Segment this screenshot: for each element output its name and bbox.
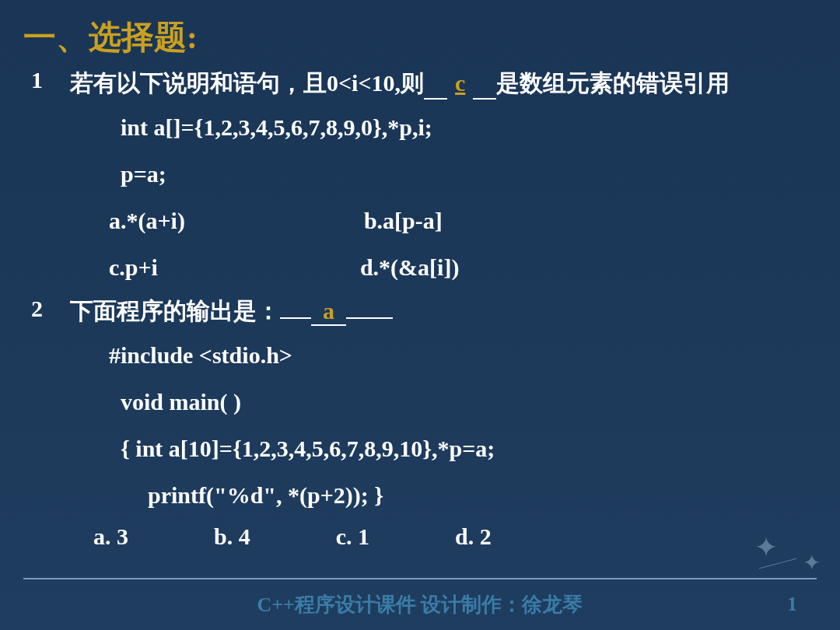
q2-text-label: 下面程序的输出是： — [70, 298, 280, 324]
q2-code-line-2: void main( ) — [31, 383, 809, 421]
q1-code-line-1: int a[]={1,2,3,4,5,6,7,8,9,0},*p,i; — [31, 109, 809, 146]
q1-number: 1 — [31, 67, 70, 100]
underline — [424, 98, 447, 100]
page-number: 1 — [787, 593, 797, 616]
q2-code-line-1: #include <stdio.h> — [31, 337, 809, 374]
star-decoration-icon: ✦ — [803, 550, 821, 576]
underline — [280, 317, 311, 319]
underline — [346, 317, 393, 319]
q1-option-c: c.p+i — [109, 254, 158, 280]
q1-option-b: b.a[p-a] — [364, 208, 443, 233]
q1-options-row-2: c.p+id.*(&a[i]) — [31, 249, 809, 286]
q2-option-b: b. 4 — [214, 523, 250, 550]
q2-options: a. 3b. 4c. 1d. 2 — [31, 523, 809, 550]
q2-text: 下面程序的输出是：a — [70, 296, 393, 327]
star-decoration-icon: ✦ — [754, 531, 778, 564]
q1-option-a: a.*(a+i) — [109, 208, 185, 233]
footer-divider — [23, 578, 817, 579]
q2-number: 2 — [31, 296, 70, 327]
q1-text-after: 是数组元素的错误引用 — [496, 70, 730, 96]
q2-option-d: d. 2 — [455, 523, 492, 550]
slide-footer: C++程序设计课件 设计制作：徐龙琴 — [0, 578, 840, 618]
section-heading: 一、选择题: — [0, 0, 840, 67]
q2-answer: a — [311, 298, 346, 326]
q1-text: 若有以下说明和语句，且0<i<10,则c是数组元素的错误引用 — [70, 67, 730, 100]
q2-option-c: c. 1 — [336, 523, 369, 550]
q2-option-a: a. 3 — [93, 523, 128, 550]
q1-answer: c — [447, 67, 473, 100]
underline — [473, 98, 496, 100]
slide-content: 1 若有以下说明和语句，且0<i<10,则c是数组元素的错误引用 int a[]… — [0, 67, 840, 550]
q1-option-d: d.*(&a[i]) — [360, 254, 459, 280]
q1-text-before: 若有以下说明和语句，且0<i<10,则 — [70, 70, 424, 96]
question-1: 1 若有以下说明和语句，且0<i<10,则c是数组元素的错误引用 — [31, 67, 809, 100]
q2-code-line-3: { int a[10]={1,2,3,4,5,6,7,8,9,10},*p=a; — [31, 430, 809, 467]
footer-text: C++程序设计课件 设计制作：徐龙琴 — [0, 591, 840, 618]
q2-code-line-4: printf("%d", *(p+2)); } — [31, 477, 809, 514]
q1-options-row-1: a.*(a+i)b.a[p-a] — [31, 202, 809, 240]
q1-code-line-2: p=a; — [31, 156, 809, 193]
question-2: 2 下面程序的输出是：a — [31, 296, 809, 327]
